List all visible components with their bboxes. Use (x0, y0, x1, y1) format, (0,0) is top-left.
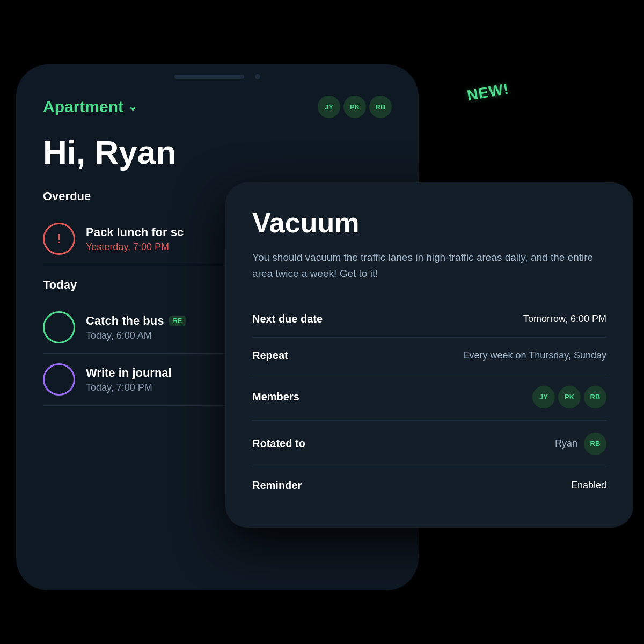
repeat-row: Repeat Every week on Thursday, Sunday (252, 338, 606, 374)
reminder-value: Enabled (571, 480, 606, 491)
rotated-to-row: Rotated to Ryan RB (252, 421, 606, 467)
header-row: Apartment ⌄ JY PK RB (43, 96, 392, 118)
scene: Apartment ⌄ JY PK RB Hi, Ryan Overdue ! … (0, 0, 644, 644)
repeat-label: Repeat (252, 349, 288, 362)
avatar-pk: PK (343, 96, 366, 118)
rotated-to-label: Rotated to (252, 437, 305, 450)
avatar-rb: RB (369, 96, 392, 118)
members-row: Members JY PK RB (252, 374, 606, 421)
notch-pill (174, 75, 244, 79)
notch-dot (255, 74, 260, 79)
members-label: Members (252, 391, 299, 403)
next-due-label: Next due date (252, 313, 323, 325)
reminder-label: Reminder (252, 479, 302, 492)
next-due-row: Next due date Tomorrow, 6:00 PM (252, 301, 606, 338)
card-title: Vacuum (252, 207, 606, 239)
avatar-group: JY PK RB (318, 96, 392, 118)
front-card: Vacuum You should vacuum the traffic lan… (225, 182, 633, 528)
member-pk: PK (558, 386, 581, 408)
apartment-text: Apartment (43, 98, 123, 116)
chevron-down-icon: ⌄ (128, 100, 137, 114)
notch-area (16, 64, 419, 85)
apartment-label[interactable]: Apartment ⌄ (43, 98, 137, 116)
greeting-title: Hi, Ryan (43, 134, 392, 171)
repeat-value: Every week on Thursday, Sunday (463, 350, 606, 361)
today-task-1-icon (43, 363, 75, 396)
overdue-task-icon: ! (43, 223, 75, 255)
rotated-to-avatar: RB (584, 433, 606, 455)
next-due-value: Tomorrow, 6:00 PM (523, 313, 606, 325)
today-task-0-icon (43, 311, 75, 343)
rotated-to-value: Ryan RB (555, 433, 606, 455)
member-rb: RB (584, 386, 606, 408)
rotated-to-name: Ryan (555, 438, 577, 449)
member-jy: JY (532, 386, 555, 408)
avatar-jy: JY (318, 96, 340, 118)
new-badge: NEW! (466, 79, 510, 105)
reminder-row: Reminder Enabled (252, 467, 606, 503)
re-badge: RE (169, 316, 186, 326)
card-description: You should vacuum the traffic lanes in h… (252, 250, 606, 282)
members-group: JY PK RB (532, 386, 606, 408)
